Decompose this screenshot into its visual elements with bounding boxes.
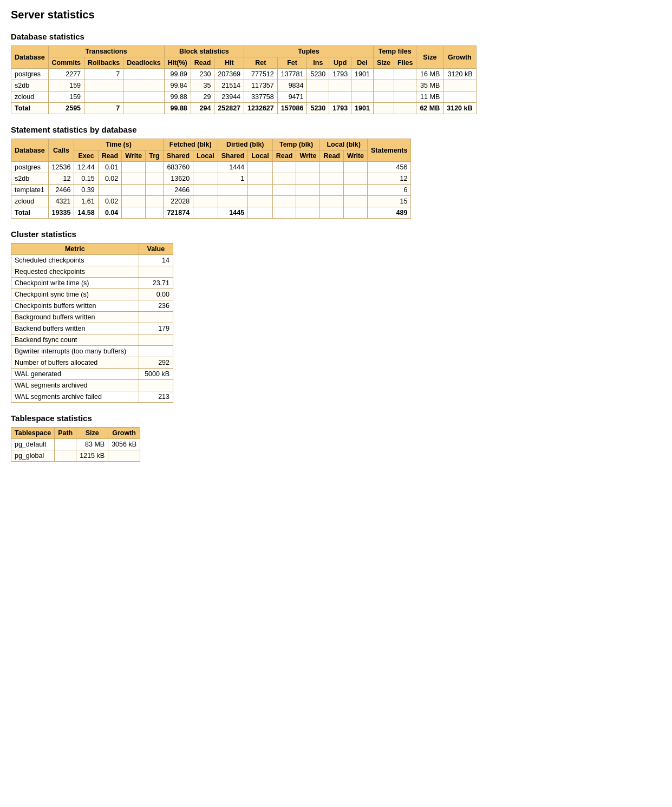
stmt-col-calls: Calls — [48, 139, 74, 162]
db-col-upd: Upd — [329, 57, 351, 69]
stmt-col-local-group: Local (blk) — [320, 139, 368, 150]
ts-col-tablespace: Tablespace — [11, 428, 55, 439]
stmt-col-write-local: Write — [343, 150, 367, 162]
database-stats-table: Database Transactions Block statistics T… — [11, 45, 477, 114]
list-item: Backend fsync count — [11, 334, 173, 346]
statement-stats-heading: Statement statistics by database — [11, 125, 661, 134]
db-col-hit: Hit — [214, 57, 244, 69]
table-row: Total1933514.580.047218741445489 — [11, 207, 411, 219]
stmt-col-write-temp: Write — [296, 150, 320, 162]
database-stats-heading: Database statistics — [11, 32, 661, 41]
db-col-size-temp: Size — [373, 57, 394, 69]
list-item: Bgwriter interrupts (too many buffers) — [11, 346, 173, 357]
db-col-ret: Ret — [244, 57, 278, 69]
list-item: Number of buffers allocated292 — [11, 357, 173, 369]
list-item: Backend buffers written179 — [11, 323, 173, 334]
stmt-col-read-local: Read — [320, 150, 344, 162]
table-row: pg_default83 MB3056 kB — [11, 439, 140, 450]
db-col-growth: Growth — [443, 46, 476, 69]
list-item: Scheduled checkpoints14 — [11, 255, 173, 266]
cluster-stats-heading: Cluster statistics — [11, 229, 661, 239]
ts-col-size: Size — [76, 428, 108, 439]
stmt-col-dirtied-group: Dirtied (blk) — [218, 139, 272, 150]
table-row: zcloud15999.882923944337758947111 MB — [11, 91, 477, 103]
db-col-size: Size — [416, 46, 443, 69]
tablespace-stats-table: Tablespace Path Size Growth pg_default83… — [11, 427, 140, 462]
db-col-read: Read — [191, 57, 214, 69]
list-item: WAL generated5000 kB — [11, 369, 173, 380]
db-col-database: Database — [11, 46, 49, 69]
db-col-transactions-group: Transactions — [48, 46, 164, 57]
cluster-col-metric: Metric — [11, 244, 139, 255]
table-row: pg_global1215 kB — [11, 450, 140, 462]
stmt-col-shared-fetch: Shared — [163, 150, 193, 162]
stmt-col-read-temp: Read — [272, 150, 296, 162]
stmt-col-read: Read — [98, 150, 122, 162]
ts-col-growth: Growth — [108, 428, 140, 439]
page-title: Server statistics — [11, 9, 661, 21]
stmt-col-exec: Exec — [74, 150, 98, 162]
stmt-col-shared-dirty: Shared — [218, 150, 247, 162]
db-col-block-stats-group: Block statistics — [164, 46, 244, 57]
db-col-rollbacks: Rollbacks — [84, 57, 123, 69]
db-col-del: Del — [351, 57, 374, 69]
stmt-col-database: Database — [11, 139, 49, 162]
list-item: Checkpoint write time (s)23.71 — [11, 278, 173, 289]
list-item: WAL segments archived — [11, 380, 173, 391]
db-col-files-temp: Files — [394, 57, 416, 69]
table-row: s2db15999.843521514117357983435 MB — [11, 80, 477, 91]
list-item: Checkpoint sync time (s)0.00 — [11, 289, 173, 300]
db-col-ins: Ins — [307, 57, 329, 69]
db-col-commits: Commits — [48, 57, 84, 69]
stmt-col-fetched-group: Fetched (blk) — [163, 139, 218, 150]
statement-stats-table: Database Calls Time (s) Fetched (blk) Di… — [11, 139, 411, 219]
stmt-col-local-dirty: Local — [248, 150, 273, 162]
table-row: postgres2277799.892302073697775121377815… — [11, 69, 477, 80]
stmt-col-time-group: Time (s) — [74, 139, 163, 150]
table-row: Total2595799.882942528271232627157086523… — [11, 103, 477, 114]
stmt-col-statements: Statements — [368, 139, 411, 162]
table-row: template124660.3924666 — [11, 185, 411, 196]
list-item: Background buffers written — [11, 312, 173, 323]
tablespace-stats-heading: Tablespace statistics — [11, 414, 661, 423]
stmt-col-local-fetch: Local — [193, 150, 218, 162]
db-col-hit-pct: Hit(%) — [164, 57, 191, 69]
list-item: Checkpoints buffers written236 — [11, 300, 173, 312]
stmt-col-temp-group: Temp (blk) — [272, 139, 320, 150]
db-col-tuples-group: Tuples — [244, 46, 374, 57]
ts-col-path: Path — [55, 428, 76, 439]
db-col-fet: Fet — [277, 57, 307, 69]
cluster-stats-table: Metric Value Scheduled checkpoints14Requ… — [11, 243, 173, 403]
list-item: Requested checkpoints — [11, 266, 173, 278]
stmt-col-trg: Trg — [146, 150, 163, 162]
table-row: s2db120.150.0213620112 — [11, 173, 411, 185]
db-col-temp-files-group: Temp files — [373, 46, 416, 57]
table-row: postgres1253612.440.016837601444456 — [11, 162, 411, 173]
cluster-col-value: Value — [139, 244, 173, 255]
list-item: WAL segments archive failed213 — [11, 391, 173, 403]
stmt-col-write: Write — [122, 150, 146, 162]
db-col-deadlocks: Deadlocks — [123, 57, 165, 69]
table-row: zcloud43211.610.022202815 — [11, 196, 411, 207]
